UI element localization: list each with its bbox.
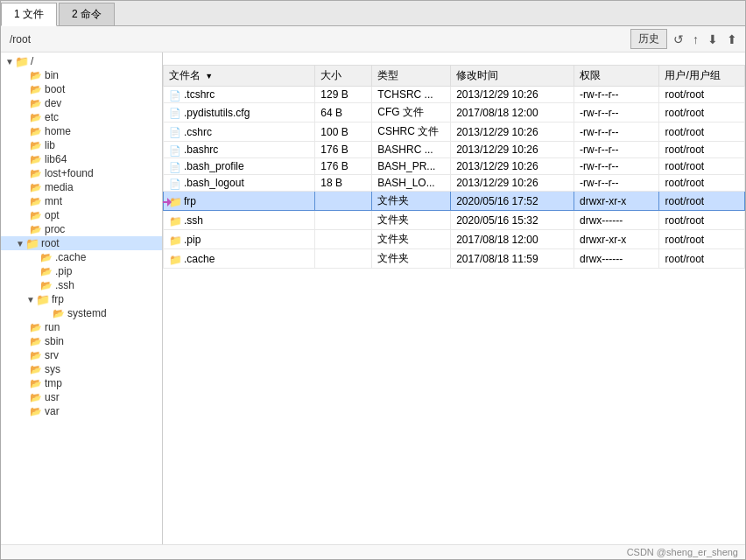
file-file-icon: 📄: [169, 162, 181, 172]
cell-name: 📄.cshrc: [164, 122, 315, 142]
sys-folder-icon: 📂: [29, 363, 43, 375]
tree-item-home[interactable]: 📂 home: [1, 124, 162, 138]
toolbar: /root 历史 ↺ ↑ ⬇ ⬆: [1, 26, 745, 52]
cell-perms: -rw-r--r--: [574, 103, 658, 122]
cell-type: CSHRC 文件: [372, 122, 451, 142]
table-row[interactable]: 📄.bash_profile 176 B BASH_PR... 2013/12/…: [164, 158, 745, 175]
expand-root-icon: ▼: [4, 57, 15, 66]
tree-item-cache[interactable]: 📂 .cache: [1, 250, 162, 264]
file-name: .cshrc: [184, 126, 212, 138]
tree-item-usr[interactable]: 📂 usr: [1, 390, 162, 404]
download-icon[interactable]: ⬇: [705, 31, 721, 48]
media-label: media: [45, 181, 74, 193]
tree-item-mnt[interactable]: 📂 mnt: [1, 194, 162, 208]
cell-size: 64 B: [315, 103, 372, 122]
root-dir-folder-icon: 📁: [25, 237, 39, 249]
sort-name-icon: ▼: [205, 72, 213, 80]
pip-folder-icon: 📂: [39, 265, 53, 277]
tree-item-sbin[interactable]: 📂 sbin: [1, 334, 162, 348]
tree-item-bin[interactable]: 📂 bin: [1, 68, 162, 82]
mnt-folder-icon: 📂: [29, 195, 43, 207]
home-label: home: [45, 125, 71, 137]
tree-item-lost-found[interactable]: 📂 lost+found: [1, 166, 162, 180]
cell-modified: 2017/08/18 12:00: [451, 230, 574, 249]
tree-item-var[interactable]: 📂 var: [1, 404, 162, 418]
cell-owner: root/root: [659, 192, 745, 211]
history-button[interactable]: 历史: [630, 29, 667, 49]
expand-root-dir-icon: ▼: [15, 239, 25, 248]
boot-folder-icon: 📂: [29, 83, 43, 95]
boot-label: boot: [45, 83, 65, 95]
lib-label: lib: [45, 139, 55, 151]
frp-label: frp: [52, 293, 64, 305]
file-name: frp: [184, 195, 196, 207]
table-row[interactable]: 📄.tcshrc 129 B TCHSRC ... 2013/12/29 10:…: [164, 87, 745, 103]
tree-item-opt[interactable]: 📂 opt: [1, 208, 162, 222]
tree-item-ssh[interactable]: 📂 .ssh: [1, 278, 162, 292]
tree-item-root-dir[interactable]: ▼ 📁 root: [1, 236, 162, 250]
table-row[interactable]: 📄.cshrc 100 B CSHRC 文件 2013/12/29 10:26 …: [164, 122, 745, 142]
tree-item-srv[interactable]: 📂 srv: [1, 348, 162, 362]
tree-item-frp[interactable]: ▼ 📁 frp: [1, 292, 162, 306]
cell-size: 176 B: [315, 158, 372, 175]
tree-item-proc[interactable]: 📂 proc: [1, 222, 162, 236]
cell-name: 📄.bash_profile: [164, 158, 315, 175]
table-row[interactable]: 📁.ssh 文件夹 2020/05/16 15:32 drwx------ ro…: [164, 211, 745, 230]
cell-owner: root/root: [659, 103, 745, 122]
usr-label: usr: [45, 391, 60, 403]
root-folder-icon: 📁: [15, 55, 29, 67]
tab-commands[interactable]: 2 命令: [59, 3, 115, 25]
cell-size: [315, 211, 372, 230]
table-row[interactable]: 📄.bash_logout 18 B BASH_LO... 2013/12/29…: [164, 175, 745, 192]
cell-perms: -rw-r--r--: [574, 87, 658, 103]
table-row[interactable]: 📁frp 文件夹 2020/05/16 17:52 drwxr-xr-x roo…: [164, 192, 745, 211]
expand-frp-icon: ▼: [25, 295, 36, 304]
file-file-icon: 📄: [169, 90, 181, 101]
table-row[interactable]: 📄.bashrc 176 B BASHRC ... 2013/12/29 10:…: [164, 142, 745, 158]
col-header-type[interactable]: 类型: [372, 66, 451, 87]
table-row[interactable]: 📁.cache 文件夹 2017/08/18 11:59 drwx------ …: [164, 249, 745, 269]
var-folder-icon: 📂: [29, 405, 43, 417]
tree-item-lib64[interactable]: 📂 lib64: [1, 152, 162, 166]
tree-item-systemd[interactable]: 📂 systemd: [1, 306, 162, 320]
sbin-label: sbin: [45, 335, 64, 347]
tree-item-pip[interactable]: 📂 .pip: [1, 264, 162, 278]
tab-bar: 1 文件 2 命令: [1, 1, 745, 26]
file-tree-panel: ▼ 📁 / 📂 bin 📂 boot 📂: [1, 52, 163, 544]
cell-modified: 2020/05/16 15:32: [451, 211, 574, 230]
cell-modified: 2013/12/29 10:26: [451, 158, 574, 175]
tree-item-lib[interactable]: 📂 lib: [1, 138, 162, 152]
cell-type: 文件夹: [372, 211, 451, 230]
tab-files[interactable]: 1 文件: [1, 3, 57, 26]
cell-owner: root/root: [659, 211, 745, 230]
cell-perms: -rw-r--r--: [574, 158, 658, 175]
cell-size: [315, 249, 372, 269]
file-file-icon: 📄: [169, 127, 181, 137]
cell-size: [315, 230, 372, 249]
cache-folder-icon: 📂: [39, 251, 53, 263]
upload-icon[interactable]: ⬆: [724, 31, 740, 48]
lib64-folder-icon: 📂: [29, 153, 43, 165]
tree-item-tmp[interactable]: 📂 tmp: [1, 376, 162, 390]
col-header-perms[interactable]: 权限: [574, 66, 658, 87]
refresh-icon[interactable]: ↺: [671, 31, 686, 48]
col-header-owner[interactable]: 用户/用户组: [659, 66, 745, 87]
table-row[interactable]: 📁.pip 文件夹 2017/08/18 12:00 drwxr-xr-x ro…: [164, 230, 745, 249]
file-file-icon: 📄: [169, 145, 181, 156]
cache-label: .cache: [55, 251, 86, 263]
tree-item-dev[interactable]: 📂 dev: [1, 96, 162, 110]
tree-item-media[interactable]: 📂 media: [1, 180, 162, 194]
cell-owner: root/root: [659, 175, 745, 192]
tree-item-sys[interactable]: 📂 sys: [1, 362, 162, 376]
up-icon[interactable]: ↑: [690, 31, 701, 48]
tree-item-root[interactable]: ▼ 📁 /: [1, 54, 162, 68]
tree-item-etc[interactable]: 📂 etc: [1, 110, 162, 124]
tree-item-run[interactable]: 📂 run: [1, 320, 162, 334]
col-header-modified[interactable]: 修改时间: [451, 66, 574, 87]
tree-item-boot[interactable]: 📂 boot: [1, 82, 162, 96]
table-row[interactable]: 📄.pydistutils.cfg 64 B CFG 文件 2017/08/18…: [164, 103, 745, 122]
col-header-size[interactable]: 大小: [315, 66, 372, 87]
cell-perms: drwxr-xr-x: [574, 230, 658, 249]
col-header-name[interactable]: 文件名 ▼: [164, 66, 315, 87]
file-name: .bash_logout: [184, 177, 244, 189]
